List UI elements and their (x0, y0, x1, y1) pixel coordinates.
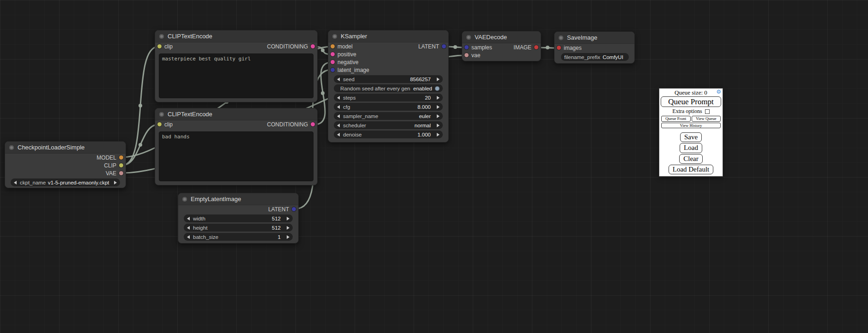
ckpt-name-next-icon[interactable] (114, 181, 117, 184)
collapse-dot-icon[interactable] (159, 34, 164, 39)
ckpt-name-prev-icon[interactable] (14, 181, 17, 184)
denoise-increment-icon[interactable] (437, 133, 440, 137)
queue-size-label: Queue size: 0 (675, 89, 707, 96)
scheduler-widget[interactable]: scheduler normal (334, 121, 443, 129)
positive-prompt-textarea[interactable]: masterpiece best quality girl (159, 54, 313, 98)
wire-clip-to-negative-encode (122, 125, 158, 165)
height-increment-icon[interactable] (287, 226, 289, 230)
denoise-widget[interactable]: denoise 1.000 (334, 131, 443, 138)
positive-input-dot[interactable] (331, 52, 335, 56)
width-widget[interactable]: width 512 (184, 214, 293, 222)
steps-increment-icon[interactable] (437, 96, 440, 100)
collapse-dot-icon[interactable] (9, 145, 14, 150)
denoise-decrement-icon[interactable] (337, 133, 340, 137)
seed-decrement-icon[interactable] (337, 77, 340, 81)
width-increment-icon[interactable] (287, 217, 289, 220)
slot-row: model LATENT (328, 42, 448, 50)
height-widget[interactable]: height 512 (184, 224, 293, 232)
extra-options-checkbox[interactable] (705, 109, 710, 114)
clip-output-dot[interactable] (119, 163, 123, 167)
save-button[interactable]: Save (680, 132, 702, 142)
slot-row: negative (328, 58, 448, 66)
latent-output-dot[interactable] (292, 207, 296, 211)
load-button[interactable]: Load (680, 143, 702, 153)
extra-options-row: Extra options (672, 108, 709, 115)
toggle-indicator-icon[interactable] (435, 86, 440, 91)
queue-front-button[interactable]: Queue Front (661, 116, 691, 122)
slot-row: positive (328, 50, 448, 58)
widget-label: filename_prefix (564, 54, 600, 60)
node-title-bar[interactable]: CLIPTextEncode (155, 108, 317, 120)
queue-actions-row: Queue Front View Queue (661, 116, 721, 122)
model-output-dot[interactable] (119, 155, 123, 160)
filename-prefix-widget[interactable]: filename_prefix ComfyUI (561, 53, 629, 61)
cfg-widget[interactable]: cfg 8.000 (334, 103, 443, 111)
images-input-dot[interactable] (557, 46, 561, 50)
cfg-increment-icon[interactable] (437, 105, 440, 109)
batch-size-widget[interactable]: batch_size 1 (184, 233, 293, 241)
clear-button[interactable]: Clear (679, 154, 702, 164)
queue-prompt-button[interactable]: Queue Prompt (661, 96, 721, 107)
latent-output-dot[interactable] (442, 44, 446, 48)
conditioning-output-dot[interactable] (311, 122, 315, 126)
samples-input-dot[interactable] (464, 45, 469, 49)
node-title-bar[interactable]: CheckpointLoaderSimple (5, 142, 126, 154)
node-title-bar[interactable]: KSampler (328, 30, 448, 42)
conditioning-output-dot[interactable] (311, 44, 315, 48)
clip-input-dot[interactable] (157, 44, 162, 48)
sampler-name-next-icon[interactable] (437, 114, 440, 118)
batch-size-decrement-icon[interactable] (187, 235, 190, 239)
node-title-bar[interactable]: CLIPTextEncode (155, 30, 317, 42)
node-clip-text-encode-positive[interactable]: CLIPTextEncode clip CONDITIONING masterp… (155, 30, 318, 102)
node-title-bar[interactable]: VAEDecode (462, 31, 541, 43)
node-title-bar[interactable]: EmptyLatentImage (178, 193, 298, 205)
vae-input-dot[interactable] (464, 53, 469, 57)
view-history-button[interactable]: View History (661, 123, 721, 128)
sampler-name-widget[interactable]: sampler_name euler (334, 112, 443, 120)
collapse-dot-icon[interactable] (182, 197, 187, 202)
clip-input-dot[interactable] (157, 122, 162, 126)
height-decrement-icon[interactable] (187, 226, 190, 230)
node-vae-decode[interactable]: VAEDecode samples IMAGE vae (462, 31, 541, 61)
node-ksampler[interactable]: KSampler model LATENT positive negative … (328, 30, 449, 143)
settings-gear-icon[interactable]: ⚙ (716, 89, 721, 95)
latent-image-input-dot[interactable] (331, 68, 335, 72)
view-queue-button[interactable]: View Queue (692, 116, 721, 122)
collapse-dot-icon[interactable] (159, 112, 164, 117)
negative-input-dot[interactable] (331, 60, 335, 64)
slot-row: VAE (5, 169, 126, 177)
steps-decrement-icon[interactable] (337, 96, 340, 100)
ckpt-name-widget[interactable]: ckpt_name v1-5-pruned-emaonly.ckpt (11, 178, 120, 186)
node-checkpoint-loader[interactable]: CheckpointLoaderSimple MODEL CLIP VAE ck… (5, 141, 126, 188)
node-empty-latent-image[interactable]: EmptyLatentImage LATENT width 512 height… (178, 193, 299, 244)
slot-row: latent_image (328, 66, 448, 74)
image-output-dot[interactable] (534, 45, 538, 49)
node-clip-text-encode-negative[interactable]: CLIPTextEncode clip CONDITIONING bad han… (155, 108, 318, 185)
vae-output-dot[interactable] (119, 171, 123, 175)
load-default-button[interactable]: Load Default (669, 165, 714, 174)
collapse-dot-icon[interactable] (332, 34, 337, 39)
cfg-decrement-icon[interactable] (337, 105, 340, 109)
batch-size-increment-icon[interactable] (287, 235, 289, 239)
collapse-dot-icon[interactable] (559, 36, 563, 40)
conditioning-output-label: CONDITIONING (267, 43, 308, 50)
sampler-name-prev-icon[interactable] (337, 114, 340, 118)
negative-prompt-textarea[interactable]: bad hands (159, 131, 313, 181)
clip-input-label: clip (164, 121, 173, 128)
width-decrement-icon[interactable] (187, 217, 190, 220)
collapse-dot-icon[interactable] (466, 35, 471, 40)
node-title-bar[interactable]: SaveImage (555, 32, 634, 44)
node-save-image[interactable]: SaveImage images filename_prefix ComfyUI (554, 31, 635, 64)
scheduler-prev-icon[interactable] (337, 124, 340, 127)
comfy-menu-panel: Queue size: 0 ⚙ Queue Prompt Extra optio… (659, 88, 723, 177)
latent-image-input-label: latent_image (338, 67, 369, 73)
latent-output-label: LATENT (418, 43, 439, 50)
model-input-dot[interactable] (331, 44, 335, 48)
scheduler-next-icon[interactable] (437, 124, 440, 127)
link-midpoint-dot (546, 46, 549, 49)
seed-widget[interactable]: seed 8566257 (334, 75, 443, 83)
seed-increment-icon[interactable] (437, 77, 440, 81)
comfyui-app[interactable]: { "colors": { "model": "#cf8d3c", "clip"… (0, 0, 868, 333)
steps-widget[interactable]: steps 20 (334, 94, 443, 101)
random-seed-toggle-widget[interactable]: Random seed after every gen enabled (334, 84, 443, 92)
